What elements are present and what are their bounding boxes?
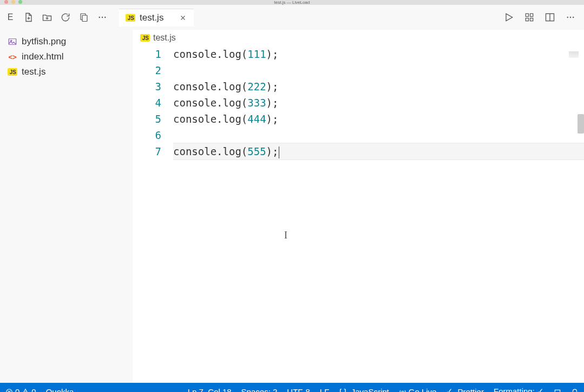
js-icon: JS	[140, 34, 150, 42]
code-line[interactable]: console.log(111);	[173, 46, 584, 62]
line-number: 7	[133, 143, 161, 160]
collapse-icon[interactable]	[78, 11, 90, 23]
file-item-test-js[interactable]: JS test.js	[0, 64, 133, 79]
grid-icon[interactable]	[523, 11, 535, 23]
encoding-button[interactable]: UTF-8	[287, 387, 310, 392]
code-line[interactable]: console.log(333);	[173, 95, 584, 111]
svg-point-10	[567, 17, 568, 18]
svg-point-12	[573, 17, 574, 18]
explorer-button[interactable]: E	[4, 11, 16, 23]
file-item-bytfish[interactable]: bytfish.png	[0, 34, 133, 49]
scrollbar-thumb[interactable]	[578, 114, 584, 134]
language-mode-button[interactable]: { } JavaScript	[339, 387, 389, 392]
svg-point-4	[104, 17, 106, 18]
line-number: 1	[133, 46, 161, 62]
prettier-button[interactable]: ✓ Prettier	[446, 387, 484, 392]
svg-rect-1	[82, 15, 87, 21]
line-number: 5	[133, 111, 161, 127]
code-line[interactable]: console.log(444);	[173, 111, 584, 127]
js-icon: JS	[126, 14, 135, 22]
file-name: test.js	[22, 67, 45, 77]
svg-rect-8	[530, 18, 533, 21]
line-number: 6	[133, 127, 161, 143]
svg-point-3	[102, 17, 103, 18]
indentation-button[interactable]: Spaces: 2	[241, 387, 278, 392]
line-number: 3	[133, 78, 161, 95]
js-icon: JS	[8, 68, 17, 76]
svg-rect-5	[526, 14, 528, 16]
close-icon[interactable]	[179, 14, 187, 22]
file-item-index-html[interactable]: <> index.html	[0, 49, 133, 64]
error-count: 0	[15, 387, 19, 392]
tab-label: test.js	[140, 12, 163, 23]
line-number: 2	[133, 62, 161, 78]
new-folder-icon[interactable]	[41, 11, 53, 23]
toolbar: E JS test.js	[0, 5, 584, 30]
line-number: 4	[133, 95, 161, 111]
file-name: index.html	[22, 51, 63, 62]
file-explorer: bytfish.png <> index.html JS test.js	[0, 30, 133, 383]
zoom-window-button[interactable]	[18, 0, 22, 4]
minimize-window-button[interactable]	[11, 0, 15, 4]
breadcrumb[interactable]: JS test.js	[133, 30, 584, 46]
svg-rect-7	[526, 18, 528, 21]
formatting-button[interactable]: Formatting: ✓	[494, 387, 544, 392]
statusbar: 0 0 Quokka Ln 7, Col 18 Spaces: 2 UTF-8 …	[0, 383, 584, 392]
close-window-button[interactable]	[4, 0, 8, 4]
go-live-button[interactable]: Go Live	[399, 387, 437, 392]
breadcrumb-file: test.js	[153, 33, 176, 43]
eol-button[interactable]: LF	[320, 387, 330, 392]
text-cursor-icon: I	[284, 230, 285, 241]
new-file-icon[interactable]	[23, 11, 35, 23]
run-icon[interactable]	[503, 11, 515, 23]
window-titlebar: test.js — LiveLoad	[0, 0, 584, 5]
file-name: bytfish.png	[22, 36, 66, 47]
svg-rect-6	[530, 14, 533, 16]
code-line[interactable]: console.log(555);	[173, 143, 584, 160]
warning-count: 0	[31, 387, 36, 392]
code-line[interactable]	[173, 127, 584, 143]
code-editor[interactable]: 1234567 console.log(111); console.log(22…	[133, 46, 584, 383]
html-icon: <>	[8, 52, 17, 62]
refresh-icon[interactable]	[60, 11, 71, 23]
line-gutter: 1234567	[133, 46, 173, 383]
feedback-icon[interactable]	[554, 389, 561, 392]
notifications-icon[interactable]	[571, 389, 579, 392]
minimap[interactable]	[569, 51, 579, 58]
window-title: test.js — LiveLoad	[274, 0, 310, 5]
more-icon[interactable]	[96, 11, 108, 23]
image-icon	[8, 37, 17, 46]
quokka-button[interactable]: Quokka	[46, 387, 74, 392]
code-line[interactable]: console.log(222);	[173, 78, 584, 95]
svg-point-11	[570, 17, 571, 18]
problems-button[interactable]: 0 0	[5, 387, 36, 392]
svg-point-2	[99, 17, 100, 18]
more-actions-icon[interactable]	[565, 11, 576, 23]
tab-test-js[interactable]: JS test.js	[119, 9, 194, 26]
code-line[interactable]	[173, 62, 584, 78]
cursor-position[interactable]: Ln 7, Col 18	[188, 387, 232, 392]
caret	[279, 147, 280, 158]
split-editor-icon[interactable]	[544, 11, 556, 23]
